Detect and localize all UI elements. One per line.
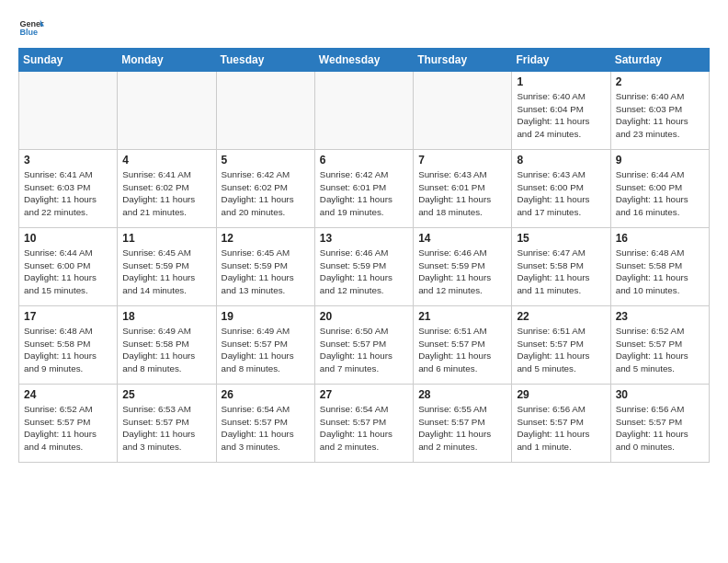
cell-day-number: 7	[418, 154, 506, 167]
calendar-cell: 3Sunrise: 6:41 AMSunset: 6:03 PMDaylight…	[19, 150, 118, 228]
calendar-cell: 10Sunrise: 6:44 AMSunset: 6:00 PMDayligh…	[19, 228, 118, 306]
calendar-cell: 28Sunrise: 6:55 AMSunset: 5:57 PMDayligh…	[414, 385, 512, 463]
week-row-3: 10Sunrise: 6:44 AMSunset: 6:00 PMDayligh…	[19, 228, 710, 306]
cell-day-number: 15	[517, 232, 605, 245]
cell-day-number: 11	[122, 232, 210, 245]
cell-info-text: Sunrise: 6:54 AMSunset: 5:57 PMDaylight:…	[222, 403, 310, 454]
calendar-cell: 26Sunrise: 6:54 AMSunset: 5:57 PMDayligh…	[216, 385, 314, 463]
calendar-cell: 2Sunrise: 6:40 AMSunset: 6:03 PMDaylight…	[610, 72, 709, 150]
cell-day-number: 20	[320, 310, 408, 323]
logo-icon: General Blue	[18, 15, 44, 40]
cell-info-text: Sunrise: 6:52 AMSunset: 5:57 PMDaylight:…	[24, 403, 112, 454]
cell-day-number: 21	[418, 310, 506, 323]
cell-info-text: Sunrise: 6:56 AMSunset: 5:57 PMDaylight:…	[616, 403, 704, 454]
calendar-cell: 6Sunrise: 6:42 AMSunset: 6:01 PMDaylight…	[314, 150, 413, 228]
cell-day-number: 4	[122, 154, 210, 167]
cell-day-number: 10	[24, 232, 112, 245]
cell-info-text: Sunrise: 6:50 AMSunset: 5:57 PMDaylight:…	[320, 325, 408, 375]
calendar-cell: 25Sunrise: 6:53 AMSunset: 5:57 PMDayligh…	[118, 385, 216, 463]
cell-info-text: Sunrise: 6:53 AMSunset: 5:57 PMDaylight:…	[122, 403, 210, 454]
cell-info-text: Sunrise: 6:45 AMSunset: 5:59 PMDaylight:…	[122, 247, 210, 297]
calendar-cell: 15Sunrise: 6:47 AMSunset: 5:58 PMDayligh…	[512, 228, 610, 306]
cell-info-text: Sunrise: 6:48 AMSunset: 5:58 PMDaylight:…	[616, 247, 704, 297]
calendar-cell	[19, 72, 118, 150]
cell-day-number: 12	[222, 232, 310, 245]
cell-day-number: 23	[616, 310, 704, 323]
calendar-cell: 27Sunrise: 6:54 AMSunset: 5:57 PMDayligh…	[314, 385, 413, 463]
cell-info-text: Sunrise: 6:42 AMSunset: 6:01 PMDaylight:…	[320, 168, 408, 219]
weekday-header-wednesday: Wednesday	[314, 49, 413, 72]
weekday-header-friday: Friday	[512, 49, 610, 72]
cell-info-text: Sunrise: 6:40 AMSunset: 6:03 PMDaylight:…	[616, 90, 704, 141]
calendar-cell: 12Sunrise: 6:45 AMSunset: 5:59 PMDayligh…	[216, 228, 314, 306]
cell-info-text: Sunrise: 6:41 AMSunset: 6:02 PMDaylight:…	[122, 168, 210, 219]
cell-info-text: Sunrise: 6:43 AMSunset: 6:00 PMDaylight:…	[517, 168, 605, 219]
calendar-cell: 7Sunrise: 6:43 AMSunset: 6:01 PMDaylight…	[414, 150, 512, 228]
header: General Blue	[18, 15, 710, 40]
calendar-cell: 17Sunrise: 6:48 AMSunset: 5:58 PMDayligh…	[19, 306, 118, 385]
cell-day-number: 6	[320, 154, 408, 167]
cell-info-text: Sunrise: 6:48 AMSunset: 5:58 PMDaylight:…	[24, 325, 112, 375]
calendar-cell: 8Sunrise: 6:43 AMSunset: 6:00 PMDaylight…	[512, 150, 610, 228]
weekday-header-tuesday: Tuesday	[216, 49, 314, 72]
calendar-cell: 9Sunrise: 6:44 AMSunset: 6:00 PMDaylight…	[610, 150, 709, 228]
cell-day-number: 19	[222, 310, 310, 323]
calendar-cell: 13Sunrise: 6:46 AMSunset: 5:59 PMDayligh…	[314, 228, 413, 306]
calendar-cell: 21Sunrise: 6:51 AMSunset: 5:57 PMDayligh…	[414, 306, 512, 385]
week-row-4: 17Sunrise: 6:48 AMSunset: 5:58 PMDayligh…	[19, 306, 710, 385]
calendar-cell: 30Sunrise: 6:56 AMSunset: 5:57 PMDayligh…	[610, 385, 709, 463]
cell-day-number: 1	[517, 75, 605, 88]
cell-info-text: Sunrise: 6:43 AMSunset: 6:01 PMDaylight:…	[418, 168, 506, 219]
calendar-cell	[414, 72, 512, 150]
calendar-cell: 16Sunrise: 6:48 AMSunset: 5:58 PMDayligh…	[610, 228, 709, 306]
cell-day-number: 25	[122, 388, 210, 401]
cell-info-text: Sunrise: 6:40 AMSunset: 6:04 PMDaylight:…	[517, 90, 605, 141]
calendar-cell: 18Sunrise: 6:49 AMSunset: 5:58 PMDayligh…	[118, 306, 216, 385]
cell-info-text: Sunrise: 6:51 AMSunset: 5:57 PMDaylight:…	[517, 325, 605, 375]
cell-info-text: Sunrise: 6:49 AMSunset: 5:57 PMDaylight:…	[222, 325, 310, 375]
cell-info-text: Sunrise: 6:47 AMSunset: 5:58 PMDaylight:…	[517, 247, 605, 297]
cell-day-number: 13	[320, 232, 408, 245]
cell-info-text: Sunrise: 6:46 AMSunset: 5:59 PMDaylight:…	[320, 247, 408, 297]
calendar-cell: 14Sunrise: 6:46 AMSunset: 5:59 PMDayligh…	[414, 228, 512, 306]
weekday-header-monday: Monday	[118, 49, 216, 72]
svg-text:Blue: Blue	[19, 28, 38, 37]
cell-day-number: 29	[517, 388, 605, 401]
cell-day-number: 2	[616, 75, 704, 88]
weekday-header-saturday: Saturday	[610, 49, 709, 72]
calendar-cell: 11Sunrise: 6:45 AMSunset: 5:59 PMDayligh…	[118, 228, 216, 306]
calendar-table: SundayMondayTuesdayWednesdayThursdayFrid…	[18, 48, 710, 463]
week-row-5: 24Sunrise: 6:52 AMSunset: 5:57 PMDayligh…	[19, 385, 710, 463]
calendar-cell	[216, 72, 314, 150]
cell-info-text: Sunrise: 6:41 AMSunset: 6:03 PMDaylight:…	[24, 168, 112, 219]
weekday-header-thursday: Thursday	[414, 49, 512, 72]
cell-info-text: Sunrise: 6:55 AMSunset: 5:57 PMDaylight:…	[418, 403, 506, 454]
cell-info-text: Sunrise: 6:52 AMSunset: 5:57 PMDaylight:…	[616, 325, 704, 375]
week-row-2: 3Sunrise: 6:41 AMSunset: 6:03 PMDaylight…	[19, 150, 710, 228]
calendar-cell: 5Sunrise: 6:42 AMSunset: 6:02 PMDaylight…	[216, 150, 314, 228]
calendar-cell	[314, 72, 413, 150]
cell-day-number: 24	[24, 388, 112, 401]
weekday-header-sunday: Sunday	[19, 49, 118, 72]
logo: General Blue	[18, 15, 44, 40]
cell-day-number: 26	[222, 388, 310, 401]
weekday-header-row: SundayMondayTuesdayWednesdayThursdayFrid…	[19, 49, 710, 72]
cell-info-text: Sunrise: 6:42 AMSunset: 6:02 PMDaylight:…	[222, 168, 310, 219]
cell-info-text: Sunrise: 6:44 AMSunset: 6:00 PMDaylight:…	[24, 247, 112, 297]
cell-info-text: Sunrise: 6:49 AMSunset: 5:58 PMDaylight:…	[122, 325, 210, 375]
cell-day-number: 14	[418, 232, 506, 245]
calendar-cell: 20Sunrise: 6:50 AMSunset: 5:57 PMDayligh…	[314, 306, 413, 385]
calendar-cell: 4Sunrise: 6:41 AMSunset: 6:02 PMDaylight…	[118, 150, 216, 228]
calendar-cell: 23Sunrise: 6:52 AMSunset: 5:57 PMDayligh…	[610, 306, 709, 385]
cell-day-number: 3	[24, 154, 112, 167]
cell-day-number: 16	[616, 232, 704, 245]
week-row-1: 1Sunrise: 6:40 AMSunset: 6:04 PMDaylight…	[19, 72, 710, 150]
cell-day-number: 28	[418, 388, 506, 401]
cell-day-number: 8	[517, 154, 605, 167]
cell-day-number: 18	[122, 310, 210, 323]
cell-day-number: 5	[222, 154, 310, 167]
calendar-cell: 19Sunrise: 6:49 AMSunset: 5:57 PMDayligh…	[216, 306, 314, 385]
calendar-cell: 29Sunrise: 6:56 AMSunset: 5:57 PMDayligh…	[512, 385, 610, 463]
cell-day-number: 30	[616, 388, 704, 401]
cell-info-text: Sunrise: 6:46 AMSunset: 5:59 PMDaylight:…	[418, 247, 506, 297]
